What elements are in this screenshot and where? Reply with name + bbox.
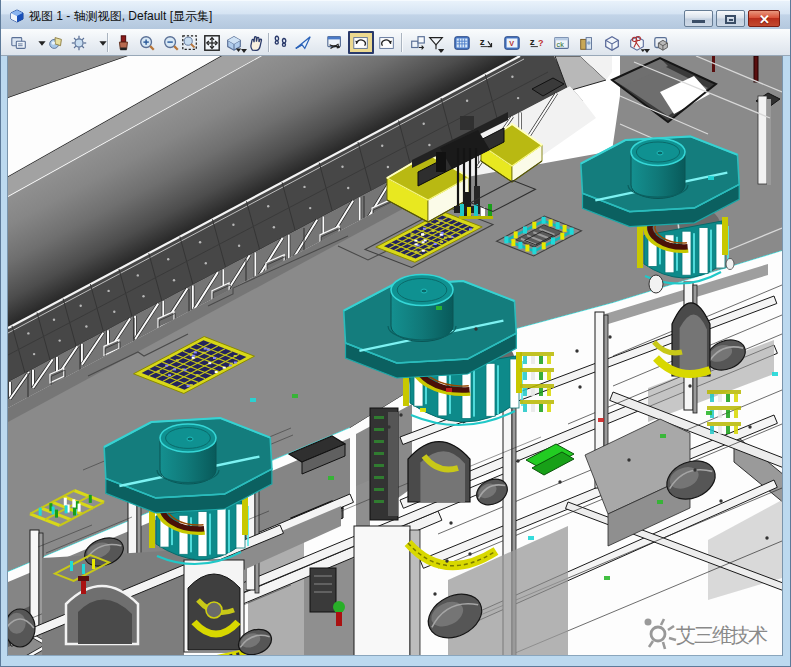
svg-text:ck: ck	[557, 40, 565, 49]
svg-text:?: ?	[538, 38, 544, 48]
svg-text:z: z	[530, 36, 535, 47]
svg-text:z: z	[480, 36, 485, 47]
svg-text:V: V	[509, 39, 514, 48]
svg-text:艾三维技术: 艾三维技术	[676, 624, 768, 646]
